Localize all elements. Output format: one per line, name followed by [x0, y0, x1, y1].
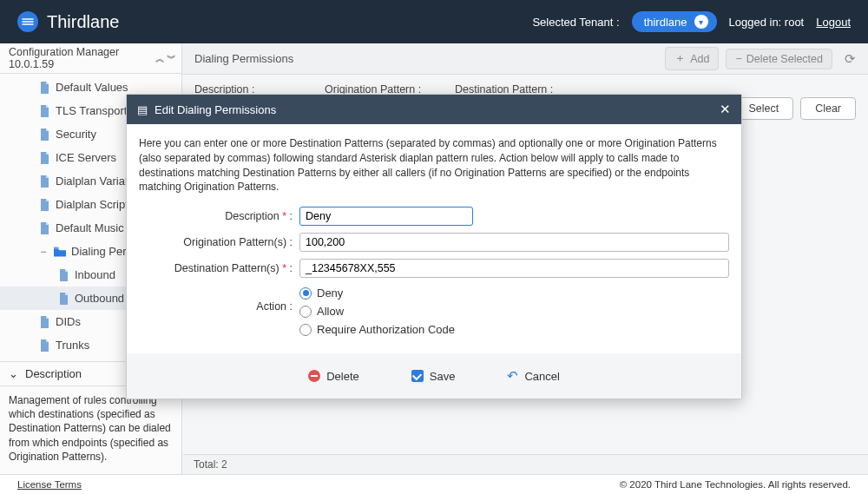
sidebar-item-label: Default Music: [56, 221, 124, 234]
row-destination: Destination Pattern(s) * :: [139, 259, 729, 278]
description-label: Description * :: [139, 210, 299, 222]
description-body: Management of rules controlling which de…: [0, 386, 181, 474]
description-heading: Description: [25, 367, 82, 380]
folder-icon: [54, 246, 66, 258]
sidebar-title: Configuration Manager 10.0.1.59: [9, 46, 150, 70]
edit-permissions-modal: ▤ Edit Dialing Permissions ✕ Here you ca…: [126, 94, 742, 399]
radio-deny[interactable]: Deny: [299, 287, 729, 300]
expand-icon: −: [38, 246, 49, 258]
radio-require-auth[interactable]: Require Authorization Code: [299, 323, 729, 336]
origination-input[interactable]: [299, 233, 729, 252]
undo-icon: ↶: [507, 368, 518, 384]
destination-input[interactable]: [299, 259, 729, 278]
radio-allow-label: Allow: [317, 305, 344, 318]
cancel-button[interactable]: ↶ Cancel: [507, 368, 559, 384]
collapse-up-icon[interactable]: ︽: [155, 52, 161, 65]
plus-icon: ＋: [674, 51, 686, 66]
destination-label: Destination Pattern(s) * :: [139, 262, 299, 274]
row-description: Description * :: [139, 207, 729, 226]
radio-allow[interactable]: Allow: [299, 305, 729, 318]
save-button[interactable]: Save: [411, 370, 456, 383]
radio-icon: [299, 306, 312, 318]
clear-button[interactable]: Clear: [800, 97, 856, 120]
main-header: Dialing Permissions ＋ Add − Delete Selec…: [182, 43, 868, 75]
radio-deny-label: Deny: [317, 287, 343, 300]
modal-footer: Delete Save ↶ Cancel: [127, 353, 741, 398]
copyright: © 2020 Third Lane Technologies. All righ…: [620, 479, 851, 490]
sidebar-item-label: Dialplan Scripts: [56, 198, 134, 211]
description-input[interactable]: [299, 207, 473, 226]
action-radios: Deny Allow Require Authorization Code: [299, 285, 729, 336]
top-bar: Thirdlane Selected Tenant : thirdlane ▾ …: [0, 0, 868, 43]
file-icon: [57, 293, 69, 305]
row-action: Action : Deny Allow Require Authorizatio…: [139, 285, 729, 336]
sidebar-item-label: Inbound: [75, 268, 115, 281]
file-icon: [38, 175, 50, 188]
action-label: Action :: [139, 285, 299, 313]
add-label: Add: [690, 53, 709, 65]
file-icon: [38, 152, 50, 164]
delete-label: Delete: [326, 370, 359, 383]
select-button[interactable]: Select: [733, 97, 793, 120]
radio-icon: [299, 287, 312, 300]
sidebar-header[interactable]: Configuration Manager 10.0.1.59 ︽ ︾: [0, 43, 181, 74]
cancel-label: Cancel: [524, 370, 559, 383]
logged-in-label: Logged in: root: [729, 16, 805, 29]
add-button[interactable]: ＋ Add: [665, 47, 719, 70]
tenant-selector[interactable]: thirdlane ▾: [632, 11, 717, 32]
chevron-down-icon: ▾: [694, 15, 708, 29]
file-icon: [38, 128, 50, 141]
header-actions: ＋ Add − Delete Selected ⟳: [665, 47, 856, 70]
file-icon: [57, 269, 69, 281]
sidebar-item-label: Trunks: [56, 339, 89, 352]
chevron-down-icon: ⌄: [9, 367, 18, 380]
minus-icon: −: [735, 53, 741, 65]
brand: Thirdlane: [17, 11, 119, 32]
row-origination: Origination Pattern(s) :: [139, 233, 729, 252]
delete-icon: [308, 370, 320, 382]
sidebar-item-label: TLS Transport: [56, 104, 127, 117]
delete-selected-label: Delete Selected: [746, 53, 823, 65]
tenant-name: thirdlane: [644, 16, 687, 29]
close-icon[interactable]: ✕: [720, 102, 731, 117]
refresh-icon[interactable]: ⟳: [845, 51, 856, 67]
modal-help-text: Here you can enter one or more Destinati…: [139, 136, 729, 194]
file-icon: [38, 105, 50, 117]
footer: License Terms © 2020 Third Lane Technolo…: [0, 474, 868, 494]
origination-label: Origination Pattern(s) :: [139, 236, 299, 248]
file-icon: [38, 222, 50, 234]
logout-link[interactable]: Logout: [816, 16, 851, 29]
sidebar-item-label: Outbound: [75, 292, 124, 305]
filter-buttons: Select Clear: [733, 83, 856, 120]
sidebar-item-label: Security: [56, 128, 96, 141]
sidebar-item-label: DIDs: [56, 315, 81, 328]
collapse-down-icon[interactable]: ︾: [167, 52, 173, 65]
page-title: Dialing Permissions: [194, 52, 293, 65]
sidebar-item-label: Default Values: [56, 81, 128, 94]
modal-header: ▤ Edit Dialing Permissions ✕: [127, 95, 741, 124]
file-icon: [38, 199, 50, 211]
save-label: Save: [430, 370, 456, 383]
radio-icon: [299, 324, 312, 336]
modal-title: Edit Dialing Permissions: [155, 103, 276, 116]
license-terms-link[interactable]: License Terms: [17, 479, 82, 490]
file-icon: [38, 339, 50, 352]
delete-button[interactable]: Delete: [308, 370, 359, 383]
delete-selected-button[interactable]: − Delete Selected: [726, 49, 832, 69]
modal-body: Here you can enter one or more Destinati…: [127, 124, 741, 353]
topbar-right: Selected Tenant : thirdlane ▾ Logged in:…: [532, 11, 851, 32]
total-label: Total: 2: [194, 458, 227, 471]
total-bar: Total: 2: [183, 454, 868, 474]
file-icon: [38, 82, 50, 94]
radio-require-label: Require Authorization Code: [317, 323, 455, 336]
window-icon: ▤: [137, 103, 148, 116]
sidebar-item-label: ICE Servers: [56, 151, 116, 164]
save-icon: [411, 370, 424, 382]
brand-name: Thirdlane: [47, 12, 119, 32]
selected-tenant-label: Selected Tenant :: [532, 16, 619, 29]
file-icon: [38, 316, 50, 328]
brand-icon: [17, 11, 38, 32]
